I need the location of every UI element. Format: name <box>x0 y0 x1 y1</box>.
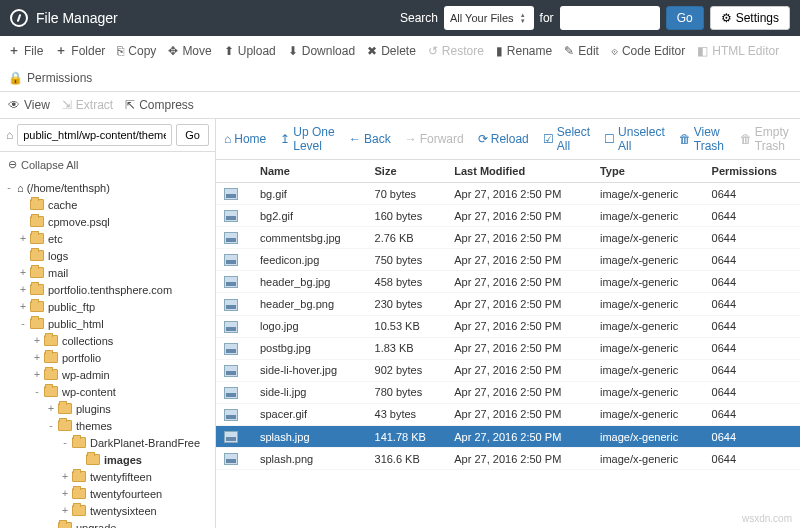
move-button[interactable]: ✥Move <box>168 44 211 58</box>
collapse-all[interactable]: ⊖Collapse All <box>0 152 215 177</box>
expander-icon[interactable]: + <box>18 301 28 312</box>
nav-view-trash[interactable]: 🗑View Trash <box>679 125 726 153</box>
tree-item[interactable]: cpmove.psql <box>0 213 215 230</box>
table-row[interactable]: spacer.gif43 bytesApr 27, 2016 2:50 PMim… <box>216 403 800 425</box>
table-row[interactable]: bg2.gif160 bytesApr 27, 2016 2:50 PMimag… <box>216 205 800 227</box>
image-file-icon <box>224 409 238 421</box>
table-row[interactable]: feedicon.jpg750 bytesApr 27, 2016 2:50 P… <box>216 249 800 271</box>
nav-up[interactable]: ↥Up One Level <box>280 125 335 153</box>
upload-button[interactable]: ⬆Upload <box>224 44 276 58</box>
tree-item[interactable]: images <box>0 451 215 468</box>
table-row[interactable]: splash.png316.6 KBApr 27, 2016 2:50 PMim… <box>216 448 800 470</box>
restore-button[interactable]: ↺Restore <box>428 44 484 58</box>
table-row[interactable]: header_bg.png230 bytesApr 27, 2016 2:50 … <box>216 293 800 315</box>
tree-item[interactable]: -wp-content <box>0 383 215 400</box>
tree-item-label: wp-admin <box>62 369 110 381</box>
table-row[interactable]: commentsbg.jpg2.76 KBApr 27, 2016 2:50 P… <box>216 227 800 249</box>
table-row[interactable]: side-li.jpg780 bytesApr 27, 2016 2:50 PM… <box>216 381 800 403</box>
tree-item-label: DarkPlanet-BrandFree <box>90 437 200 449</box>
expander-icon[interactable]: + <box>32 335 42 346</box>
expander-icon[interactable]: - <box>4 182 14 193</box>
tree-item[interactable]: +twentysixteen <box>0 502 215 519</box>
image-file-icon <box>224 343 238 355</box>
image-file-icon <box>224 188 238 200</box>
rename-button[interactable]: ▮Rename <box>496 44 552 58</box>
download-button[interactable]: ⬇Download <box>288 44 355 58</box>
compress-button[interactable]: ⇱Compress <box>125 98 194 112</box>
table-row[interactable]: splash.jpg141.78 KBApr 27, 2016 2:50 PMi… <box>216 426 800 448</box>
tree-item[interactable]: +collections <box>0 332 215 349</box>
tree-item[interactable]: +wp-admin <box>0 366 215 383</box>
home-icon[interactable]: ⌂ <box>6 128 13 142</box>
expander-icon[interactable]: + <box>32 352 42 363</box>
tree-root[interactable]: - ⌂ (/home/tenthsph) <box>0 179 215 196</box>
expander-icon[interactable]: - <box>46 420 56 431</box>
go-button[interactable]: Go <box>666 6 704 30</box>
settings-button[interactable]: ⚙Settings <box>710 6 790 30</box>
file-button[interactable]: ＋File <box>8 42 43 59</box>
expander-icon[interactable]: + <box>60 505 70 516</box>
tree-item[interactable]: -themes <box>0 417 215 434</box>
table-row[interactable]: logo.jpg10.53 KBApr 27, 2016 2:50 PMimag… <box>216 315 800 337</box>
cell-modified: Apr 27, 2016 2:50 PM <box>446 337 592 359</box>
expander-icon[interactable]: + <box>32 369 42 380</box>
tree-item[interactable]: +portfolio.tenthsphere.com <box>0 281 215 298</box>
search-input[interactable] <box>560 6 660 30</box>
path-input[interactable] <box>17 124 172 146</box>
nav-unselect-all[interactable]: ☐Unselect All <box>604 125 665 153</box>
col-size[interactable]: Size <box>367 160 447 183</box>
nav-empty-trash[interactable]: 🗑Empty Trash <box>740 125 792 153</box>
image-file-icon <box>224 254 238 266</box>
view-button[interactable]: 👁View <box>8 98 50 112</box>
table-header-row: Name Size Last Modified Type Permissions <box>216 160 800 183</box>
col-modified[interactable]: Last Modified <box>446 160 592 183</box>
expander-icon[interactable]: + <box>60 471 70 482</box>
table-row[interactable]: postbg.jpg1.83 KBApr 27, 2016 2:50 PMima… <box>216 337 800 359</box>
nav-home[interactable]: ⌂Home <box>224 132 266 146</box>
table-row[interactable]: bg.gif70 bytesApr 27, 2016 2:50 PMimage/… <box>216 183 800 205</box>
path-go-button[interactable]: Go <box>176 124 209 146</box>
folder-button[interactable]: ＋Folder <box>55 42 105 59</box>
nav-forward[interactable]: →Forward <box>405 132 464 146</box>
expander-icon[interactable]: + <box>60 488 70 499</box>
tree-item[interactable]: +twentyfourteen <box>0 485 215 502</box>
tree-item[interactable]: cache <box>0 196 215 213</box>
copy-button[interactable]: ⎘Copy <box>117 44 156 58</box>
tree-item[interactable]: +mail <box>0 264 215 281</box>
tree-item[interactable]: -DarkPlanet-BrandFree <box>0 434 215 451</box>
code-editor-button[interactable]: ⟐Code Editor <box>611 44 685 58</box>
col-permissions[interactable]: Permissions <box>704 160 800 183</box>
cell-name: splash.png <box>252 448 367 470</box>
tree-item[interactable]: -public_html <box>0 315 215 332</box>
tree-item-label: public_ftp <box>48 301 95 313</box>
expander-icon[interactable]: + <box>18 267 28 278</box>
nav-back[interactable]: ←Back <box>349 132 391 146</box>
expander-icon[interactable]: - <box>32 386 42 397</box>
file-table-wrap[interactable]: Name Size Last Modified Type Permissions… <box>216 160 800 528</box>
extract-button[interactable]: ⇲Extract <box>62 98 113 112</box>
tree-item[interactable]: logs <box>0 247 215 264</box>
tree-item[interactable]: +public_ftp <box>0 298 215 315</box>
tree-item[interactable]: +portfolio <box>0 349 215 366</box>
tree-item[interactable]: +twentyfifteen <box>0 468 215 485</box>
table-row[interactable]: header_bg.jpg458 bytesApr 27, 2016 2:50 … <box>216 271 800 293</box>
tree-item[interactable]: +etc <box>0 230 215 247</box>
expander-icon[interactable]: - <box>18 318 28 329</box>
html-editor-button[interactable]: ◧HTML Editor <box>697 44 779 58</box>
edit-button[interactable]: ✎Edit <box>564 44 599 58</box>
tree-item[interactable]: +plugins <box>0 400 215 417</box>
expander-icon[interactable]: + <box>18 284 28 295</box>
nav-reload[interactable]: ⟳Reload <box>478 132 529 146</box>
col-name[interactable]: Name <box>252 160 367 183</box>
col-type[interactable]: Type <box>592 160 704 183</box>
nav-select-all[interactable]: ☑Select All <box>543 125 590 153</box>
expander-icon[interactable]: - <box>60 437 70 448</box>
search-scope-select[interactable]: All Your Files <box>444 6 534 30</box>
permissions-button[interactable]: 🔒Permissions <box>8 71 92 85</box>
delete-button[interactable]: ✖Delete <box>367 44 416 58</box>
tree-item-label: logs <box>48 250 68 262</box>
expander-icon[interactable]: + <box>18 233 28 244</box>
tree-item[interactable]: upgrade <box>0 519 215 528</box>
table-row[interactable]: side-li-hover.jpg902 bytesApr 27, 2016 2… <box>216 359 800 381</box>
expander-icon[interactable]: + <box>46 403 56 414</box>
